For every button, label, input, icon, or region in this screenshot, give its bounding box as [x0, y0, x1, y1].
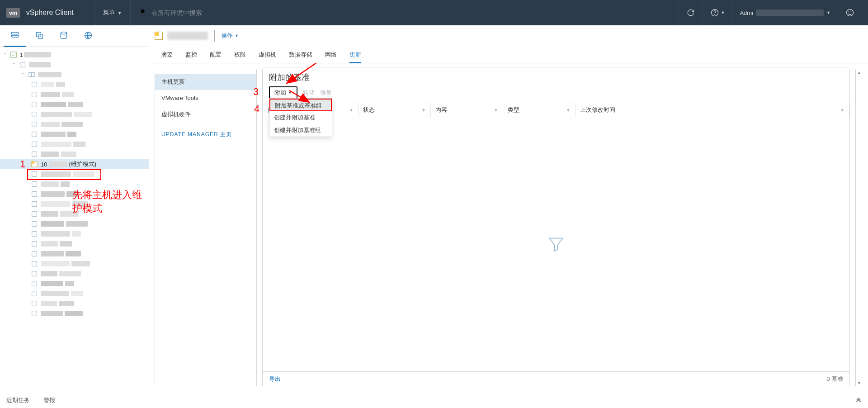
chevron-down-icon: ▼	[235, 33, 239, 38]
vm-logo: vm	[6, 8, 20, 18]
svg-rect-37	[32, 271, 37, 276]
tree-host[interactable]	[0, 308, 149, 318]
tree-host[interactable]	[0, 149, 149, 159]
filter-icon[interactable]: ▼	[349, 108, 354, 113]
tree-host[interactable]	[0, 279, 149, 289]
host-icon	[31, 101, 38, 108]
attach-button[interactable]: 附加 ▼	[269, 86, 297, 99]
svg-rect-9	[36, 32, 41, 37]
side-nav: 主机更新 VMware Tools 虚拟机硬件 UPDATE MANAGER 主…	[155, 69, 257, 386]
inventory-tree[interactable]: ˅ 1 ˅ ˅ 10(维护模式) 1 先将主机进入维护模式	[0, 47, 149, 392]
tree-host[interactable]	[0, 259, 149, 269]
col-type[interactable]: 类型▼	[503, 103, 576, 117]
tree-host[interactable]	[0, 219, 149, 229]
attached-baselines-panel: 附加的基准 附加 ▼ 转储 修复 附加基准或基准组 创建并附加基准 创建并附加基…	[262, 69, 850, 386]
tab-networks[interactable]: 网络	[319, 47, 343, 63]
col-content[interactable]: 内容▼	[431, 103, 503, 117]
tree-host[interactable]	[0, 119, 149, 129]
tree-host[interactable]	[0, 109, 149, 119]
hosts-clusters-tab[interactable]	[4, 25, 26, 47]
smiley-icon[interactable]	[838, 0, 862, 25]
menu-button[interactable]: 菜单 ▼	[94, 0, 131, 25]
dd-create-baseline-group[interactable]: 创建并附加基准组	[269, 124, 332, 137]
host-icon	[31, 210, 38, 218]
tab-permissions[interactable]: 权限	[228, 47, 252, 63]
help-icon[interactable]: ▼	[703, 0, 732, 25]
svg-point-5	[849, 12, 849, 12]
separator	[214, 30, 215, 42]
actions-menu[interactable]: 操作 ▼	[221, 32, 239, 40]
tab-updates[interactable]: 更新	[343, 47, 368, 63]
tab-vms[interactable]: 虚拟机	[252, 47, 283, 63]
tab-summary[interactable]: 摘要	[155, 47, 179, 63]
host-icon	[31, 141, 38, 148]
tree-host[interactable]	[0, 299, 149, 308]
host-icon	[31, 111, 38, 118]
svg-rect-39	[32, 291, 37, 296]
content-area: 操作 ▼ 摘要 监控 配置 权限 虚拟机 数据存储 网络 更新 主机更新 VMw…	[149, 25, 868, 392]
dd-create-baseline[interactable]: 创建并附加基准	[269, 111, 332, 124]
sidenav-host-updates[interactable]: 主机更新	[155, 74, 256, 90]
filter-icon[interactable]: ▼	[840, 108, 844, 113]
tree-cluster[interactable]: ˅	[0, 70, 149, 80]
svg-rect-34	[32, 242, 37, 247]
filter-icon[interactable]: ▼	[421, 108, 426, 113]
tree-datacenter[interactable]: ˅	[0, 60, 149, 70]
filter-icon[interactable]: ▼	[566, 108, 571, 113]
sidenav-vm-hardware[interactable]: 虚拟机硬件	[155, 106, 256, 123]
col-status[interactable]: 状态▼	[359, 103, 431, 117]
svg-rect-7	[12, 32, 19, 34]
host-icon	[31, 230, 38, 237]
tree-host[interactable]	[0, 249, 149, 259]
storage-tab[interactable]	[52, 25, 75, 47]
grid-header: ▼ 状态▼ 内容▼ 类型▼ 上次修改时间▼	[263, 103, 849, 117]
datacenter-icon	[19, 61, 26, 68]
vms-templates-tab[interactable]	[28, 25, 51, 47]
svg-rect-26	[32, 161, 34, 164]
tree-host[interactable]	[0, 139, 149, 149]
host-icon	[31, 171, 38, 178]
tree-host[interactable]	[0, 289, 149, 299]
search-input[interactable]	[151, 9, 287, 16]
tree-host[interactable]	[0, 100, 149, 109]
refresh-icon[interactable]	[679, 0, 703, 25]
svg-rect-40	[32, 301, 37, 306]
search-wrap	[131, 0, 679, 25]
host-icon	[31, 200, 38, 208]
main: ˅ 1 ˅ ˅ 10(维护模式) 1 先将主机进入维护模式	[0, 25, 868, 392]
object-title-blur	[167, 32, 208, 40]
tree-host[interactable]	[0, 269, 149, 279]
col-modified[interactable]: 上次修改时间▼	[576, 103, 849, 117]
tree-host[interactable]	[0, 80, 149, 90]
row-count: 0 基准	[826, 375, 843, 383]
tab-datastores[interactable]: 数据存储	[283, 47, 319, 63]
dd-attach-baseline[interactable]: 附加基准或基准组	[269, 99, 332, 111]
update-manager-home-link[interactable]: UPDATE MANAGER 主页	[161, 131, 232, 138]
tree-host[interactable]	[0, 90, 149, 100]
tree-host[interactable]	[0, 179, 149, 189]
tree-root[interactable]: ˅ 1	[0, 50, 149, 60]
sidenav-vmware-tools[interactable]: VMware Tools	[155, 90, 256, 106]
annotation-1: 1	[20, 158, 25, 170]
host-icon	[31, 190, 38, 198]
right-scrollbar[interactable]	[855, 69, 863, 386]
tree-toggle-icon[interactable]: ˅	[13, 62, 18, 67]
tree-toggle-icon[interactable]: ˅	[4, 52, 9, 57]
export-link[interactable]: 导出	[269, 375, 281, 383]
search-icon	[140, 8, 147, 17]
tree-toggle-icon[interactable]: ˅	[22, 72, 27, 77]
host-maintenance-icon	[31, 161, 38, 168]
svg-rect-29	[32, 192, 37, 197]
transfer-button: 转储	[303, 89, 315, 97]
tab-configure[interactable]: 配置	[203, 47, 228, 63]
user-menu[interactable]: Admi ▼	[732, 0, 838, 25]
tab-monitor[interactable]: 监控	[179, 47, 203, 63]
filter-icon[interactable]: ▼	[494, 108, 498, 113]
tree-host[interactable]	[0, 229, 149, 239]
tree-host[interactable]	[0, 129, 149, 139]
tree-host[interactable]	[0, 169, 149, 179]
tree-host[interactable]	[0, 239, 149, 249]
host-icon	[31, 270, 38, 277]
host-icon	[31, 220, 38, 228]
network-tab[interactable]	[77, 25, 99, 47]
